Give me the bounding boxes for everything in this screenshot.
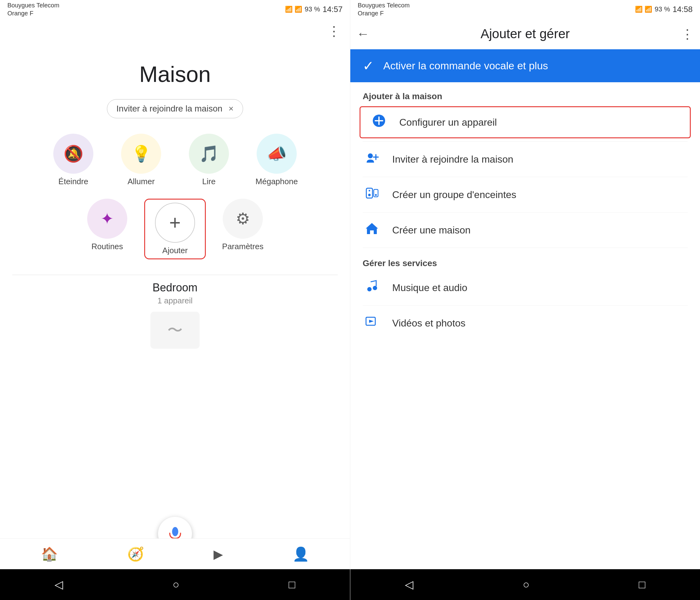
device-thumb: 〜 <box>150 312 200 349</box>
shortcut-megaphone[interactable]: 📣 Mégaphone <box>246 134 307 186</box>
more-button-right[interactable]: ⋮ <box>681 26 694 42</box>
invite-pill-label: Inviter à rejoindre la maison <box>117 104 222 114</box>
device-card: 〜 <box>0 312 350 349</box>
page-title-container: Maison <box>0 43 350 99</box>
shortcut-eteindre[interactable]: 🔕 Éteindre <box>43 134 104 186</box>
bedroom-subtitle: 1 appareil <box>0 296 350 306</box>
menu-item-configurer[interactable]: Configurer un appareil <box>359 106 691 138</box>
divider-1 <box>362 141 688 142</box>
left-screen: Bouygues Telecom Orange F 📶 📶 93 % 14:57… <box>0 0 350 600</box>
musique-label: Musique et audio <box>392 282 467 293</box>
back-button[interactable]: ← <box>356 26 369 41</box>
carrier-right: Bouygues Telecom <box>358 1 410 9</box>
section-add-home: Ajouter à la maison <box>350 82 700 104</box>
shortcuts-grid: 🔕 Éteindre 💡 Allumer 🎵 Lire 📣 <box>0 134 350 262</box>
svg-marker-12 <box>366 223 378 234</box>
shortcut-allumer[interactable]: 💡 Allumer <box>110 134 172 186</box>
svg-point-13 <box>367 287 372 291</box>
action-banner[interactable]: ✓ Activer la commande vocale et plus <box>350 49 700 82</box>
status-bar-left: Bouygues Telecom Orange F 📶 📶 93 % 14:57 <box>0 0 350 19</box>
right-page-title: Ajouter et gérer <box>376 26 675 41</box>
android-back-left[interactable]: ◁ <box>54 578 63 591</box>
status-icons-left: 📶 📶 <box>285 5 302 13</box>
page-title: Maison <box>0 61 350 87</box>
invite-pill-container: Inviter à rejoindre la maison × <box>0 99 350 118</box>
shortcut-eteindre-label: Éteindre <box>58 177 89 186</box>
maison-icon <box>362 222 381 238</box>
shortcuts-row-2: ✦ Routines + Ajouter ⚙ Paramètres <box>76 199 274 259</box>
invite-pill-close[interactable]: × <box>229 104 233 114</box>
menu-item-musique[interactable]: Musique et audio <box>350 271 700 304</box>
right-screen: Bouygues Telecom Orange F 📶 📶 93 % 14:58… <box>350 0 700 600</box>
configurer-label: Configurer un appareil <box>399 117 497 128</box>
shortcut-parametres[interactable]: ⚙ Paramètres <box>212 199 274 259</box>
svg-point-0 <box>172 527 178 536</box>
top-bar-left: ⋮ <box>0 19 350 43</box>
shortcut-routines[interactable]: ✦ Routines <box>76 199 138 259</box>
more-button-left[interactable]: ⋮ <box>327 23 341 39</box>
network-left: Orange F <box>7 9 59 17</box>
musique-icon <box>362 279 381 296</box>
shortcut-ajouter-label: Ajouter <box>162 246 188 255</box>
right-top-bar: ← Ajouter et gérer ⋮ <box>350 19 700 49</box>
videos-icon <box>362 315 381 332</box>
battery-left: 93 % <box>305 5 320 13</box>
shortcut-allumer-label: Allumer <box>128 177 155 186</box>
divider-left <box>12 275 338 275</box>
enceintes-icon <box>362 186 381 203</box>
svg-marker-16 <box>369 320 374 323</box>
svg-point-9 <box>369 190 370 191</box>
svg-point-11 <box>375 194 377 196</box>
inviter-label: Inviter à rejoindre la maison <box>392 154 513 165</box>
menu-item-videos[interactable]: Vidéos et photos <box>350 307 700 339</box>
menu-item-groupe-enceintes[interactable]: Créer un groupe d'enceintes <box>350 178 700 211</box>
network-right: Orange F <box>358 9 410 17</box>
status-icons-right: 📶 📶 <box>635 5 652 13</box>
shortcut-ajouter[interactable]: + Ajouter <box>144 199 206 259</box>
bedroom-title: Bedroom <box>0 281 350 294</box>
divider-5 <box>362 305 688 306</box>
svg-point-14 <box>373 286 377 290</box>
maison-label: Créer une maison <box>392 225 471 236</box>
divider-2 <box>362 177 688 177</box>
carrier-left: Bouygues Telecom <box>7 1 59 9</box>
svg-point-4 <box>368 153 373 158</box>
battery-right: 93 % <box>655 5 670 13</box>
shortcut-parametres-label: Paramètres <box>222 242 264 251</box>
banner-text: Activer la commande vocale et plus <box>383 60 548 72</box>
shortcut-routines-label: Routines <box>92 242 123 251</box>
banner-check-icon: ✓ <box>362 58 374 74</box>
enceintes-label: Créer un groupe d'enceintes <box>392 189 516 201</box>
nav-home[interactable]: 🏠 <box>41 546 58 562</box>
bottom-nav-left: 🏠 🧭 ▶ 👤 <box>0 539 350 569</box>
configurer-icon <box>370 114 388 131</box>
svg-rect-7 <box>366 188 373 198</box>
divider-4 <box>362 247 688 248</box>
nav-account[interactable]: 👤 <box>292 546 309 562</box>
android-recent-left[interactable]: □ <box>289 578 296 591</box>
inviter-icon <box>362 151 381 167</box>
android-home-left[interactable]: ○ <box>173 578 179 591</box>
status-bar-right: Bouygues Telecom Orange F 📶 📶 93 % 14:58 <box>350 0 700 19</box>
time-right: 14:58 <box>673 5 693 14</box>
menu-item-inviter[interactable]: Inviter à rejoindre la maison <box>350 143 700 176</box>
android-back-right[interactable]: ◁ <box>405 578 414 591</box>
menu-item-maison[interactable]: Créer une maison <box>350 214 700 246</box>
android-recent-right[interactable]: □ <box>639 578 646 591</box>
android-home-right[interactable]: ○ <box>523 578 530 591</box>
time-left: 14:57 <box>323 5 343 14</box>
invite-pill[interactable]: Inviter à rejoindre la maison × <box>107 99 243 118</box>
android-nav-left: ◁ ○ □ <box>0 569 350 600</box>
svg-point-8 <box>368 194 371 196</box>
shortcut-lire-label: Lire <box>202 177 215 186</box>
shortcut-megaphone-label: Mégaphone <box>255 177 298 186</box>
nav-media[interactable]: ▶ <box>214 547 223 561</box>
android-nav-right: ◁ ○ □ <box>350 569 700 600</box>
section-manage-services: Gérer les services <box>350 249 700 271</box>
videos-label: Vidéos et photos <box>392 317 466 329</box>
nav-explore[interactable]: 🧭 <box>127 546 144 562</box>
shortcuts-row-1: 🔕 Éteindre 💡 Allumer 🎵 Lire 📣 <box>43 134 307 186</box>
shortcut-lire[interactable]: 🎵 Lire <box>178 134 240 186</box>
